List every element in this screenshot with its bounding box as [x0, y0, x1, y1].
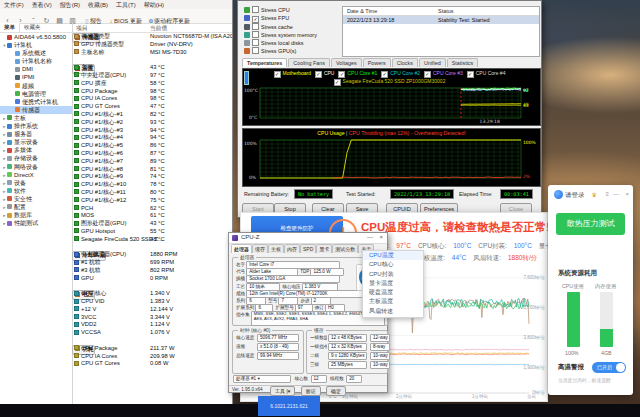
sensor-row[interactable]: #1 机箱699 RPM [72, 259, 232, 267]
medal-icon[interactable]: ♛ [592, 191, 597, 198]
column-value[interactable]: 当前值 [150, 24, 167, 33]
sensor-row[interactable]: CPU GT Cores47 °C [72, 103, 232, 111]
tree-item[interactable]: 电源管理 [0, 90, 72, 98]
sensor-row[interactable]: GPU 传感器类型Driver (NV-DRV) [72, 41, 232, 49]
tree-item[interactable]: ▸数据库 [0, 211, 72, 219]
graph-scrollbar-thumb[interactable] [244, 71, 249, 85]
sensor-row[interactable]: CPU #1/核心-#974 °C [72, 173, 232, 181]
dropdown-option[interactable]: 显卡温度 [363, 279, 423, 288]
sensor-row[interactable]: VCCSA1.076 V [72, 329, 232, 337]
log-row[interactable]: 2022/1/23 13:29:18 Stability Test: Start… [343, 16, 539, 24]
cpuz-tab-5[interactable]: 显卡 [316, 244, 332, 253]
dropdown-option[interactable]: 风扇转速 [363, 307, 423, 316]
cpuz-tab-0[interactable]: 处理器 [231, 244, 252, 253]
tree-item[interactable]: ▸操作系统 [0, 122, 72, 130]
tree-item[interactable]: ▸设备 [0, 179, 72, 187]
minimize-icon[interactable]: — [367, 234, 373, 240]
tree-item[interactable]: 传感器 [0, 106, 72, 114]
sensor-row[interactable]: CPU #1/核心-#394 °C [72, 127, 232, 135]
checkbox-icon[interactable] [252, 31, 259, 38]
tree-item[interactable]: AIDA64 v6.50.5800 [0, 33, 72, 41]
sensor-row[interactable]: Seagate FireCuda 520 SSD Z...48 °C [72, 236, 232, 244]
sensor-row[interactable]: CPU #1/核心-#182 °C [72, 111, 232, 119]
sensor-row[interactable]: CPU #1/核心-#293 °C [72, 119, 232, 127]
stress-tab-statistics[interactable]: Statistics [447, 58, 479, 67]
high-temp-alarm-toggle[interactable]: 已开启 [592, 362, 626, 373]
login-link[interactable]: 请登录 [565, 191, 585, 200]
stress-option[interactable]: Stress GPU(s) [244, 47, 340, 55]
ok-button[interactable]: 确定 [326, 386, 346, 396]
taskbar[interactable] [0, 404, 640, 417]
tree-item[interactable]: ▸网络设备 [0, 163, 72, 171]
sensor-row[interactable]: 中央处理器(CPU)97 °C [72, 72, 232, 80]
user-avatar-icon[interactable] [554, 190, 563, 199]
sensor-row[interactable]: 主板名称MSI MS-7D30 [72, 49, 232, 57]
sidebar-tab-1[interactable]: 收藏夹 [20, 23, 45, 32]
sensor-row[interactable]: CPU #1/核心-#586 °C [72, 142, 232, 150]
tree-item[interactable]: ▸DirectX [0, 171, 72, 179]
cpuz-tab-3[interactable]: 内存 [284, 244, 300, 253]
sensor-row[interactable]: 主板43 °C [72, 64, 232, 72]
legend-checkbox-icon[interactable]: ✓ [274, 71, 281, 78]
sensor-row[interactable]: CPU #1/核心-#1078 °C [72, 181, 232, 189]
tree-item[interactable]: ▸服务器 [0, 130, 72, 138]
tree-item[interactable]: 计算机名称 [0, 57, 72, 65]
sensor-row[interactable]: CPU #1/核心-#881 °C [72, 166, 232, 174]
checkbox-icon[interactable] [252, 23, 259, 30]
sensor-row[interactable]: CPU #1/核心-#1180 °C [72, 189, 232, 197]
checkbox-icon[interactable] [252, 6, 259, 13]
tree-item[interactable]: ▾计算机 [0, 41, 72, 49]
sensor-row[interactable]: GPU0 RPM [72, 275, 232, 283]
sensor-row[interactable]: CPU #1/核心-#687 °C [72, 150, 232, 158]
tree-item[interactable]: IPMI [0, 73, 72, 81]
tree-item[interactable]: ▸多媒体 [0, 146, 72, 154]
sensor-row[interactable]: CPU 插座58 °C [72, 80, 232, 88]
sensor-row[interactable]: CPU #1/核心-#1275 °C [72, 197, 232, 205]
sensor-row[interactable]: #3 机箱802 RPM [72, 267, 232, 275]
sensor-row[interactable]: +12 V12.144 V [72, 306, 232, 314]
sensor-row[interactable]: CPU #1/核心-#789 °C [72, 158, 232, 166]
stress-option[interactable]: Stress system memory [244, 31, 340, 39]
checkbox-icon[interactable] [252, 39, 259, 46]
sensor-row[interactable]: CPU IA Cores209.98 W [72, 353, 232, 361]
checkbox-icon[interactable] [252, 47, 259, 54]
cpuz-tab-2[interactable]: 主板 [268, 244, 284, 253]
cpuz-tab-6[interactable]: 测试分数 [332, 244, 358, 253]
sensor-row[interactable]: CPU 核心1.340 V [72, 290, 232, 298]
tree-item[interactable]: ▸主板 [0, 114, 72, 122]
cpuz-tab-1[interactable]: 缓存 [252, 244, 268, 253]
tree-item[interactable]: ▸配置 [0, 203, 72, 211]
sensor-row[interactable]: 3VCC3.344 V [72, 314, 232, 322]
sensor-row[interactable]: VDD21.124 V [72, 321, 232, 329]
dropdown-option[interactable]: CPU温度 [363, 251, 423, 260]
sidebar-tab-0[interactable]: 菜单 [0, 23, 20, 32]
stress-tab-temperatures[interactable]: Temperatures [242, 58, 287, 67]
stress-tab-cooling-fans[interactable]: Cooling Fans [288, 58, 330, 67]
tree-item[interactable]: ▸软件 [0, 187, 72, 195]
stress-option[interactable]: Stress cache [244, 23, 340, 31]
legend-checkbox-icon[interactable]: ✓ [334, 79, 341, 86]
sensor-row[interactable]: 图形处理器(GPU)43 °C [72, 220, 232, 228]
tree-item[interactable]: 便携式计算机 [0, 98, 72, 106]
close-icon[interactable]: × [625, 191, 629, 197]
tools-button[interactable]: 工具 |▾ [270, 386, 295, 396]
sensor-row[interactable]: MOS61 °C [72, 212, 232, 220]
close-icon[interactable]: × [379, 234, 383, 240]
sensor-row[interactable]: CPU GT Cores0.08 W [72, 360, 232, 368]
tree-item[interactable]: ▸安全性 [0, 195, 72, 203]
dropdown-option[interactable]: CPU核心 [363, 260, 423, 269]
sensor-row[interactable]: GPU Hotspot55 °C [72, 228, 232, 236]
sensor-row[interactable]: PCH62 °C [72, 205, 232, 213]
log-col-status[interactable]: Status [438, 8, 454, 14]
sensor-row[interactable]: CPU IA Cores98 °C [72, 95, 232, 103]
stress-option[interactable]: Stress CPU [244, 6, 340, 14]
legend-checkbox-icon[interactable]: ✓ [315, 71, 322, 78]
tree-item[interactable]: ▸显示设备 [0, 138, 72, 146]
cooling-stress-test-button[interactable]: 散热压力测试 [556, 213, 625, 235]
stress-tab-powers[interactable]: Powers [363, 58, 391, 67]
validate-button[interactable]: 验证 [301, 386, 321, 396]
cpuz-tab-4[interactable]: SPD [300, 244, 316, 253]
sensor-row[interactable]: CPU Package98 °C [72, 88, 232, 96]
tree-item[interactable]: DMI [0, 65, 72, 73]
sensor-row[interactable]: CPU Package211.37 W [72, 345, 232, 353]
